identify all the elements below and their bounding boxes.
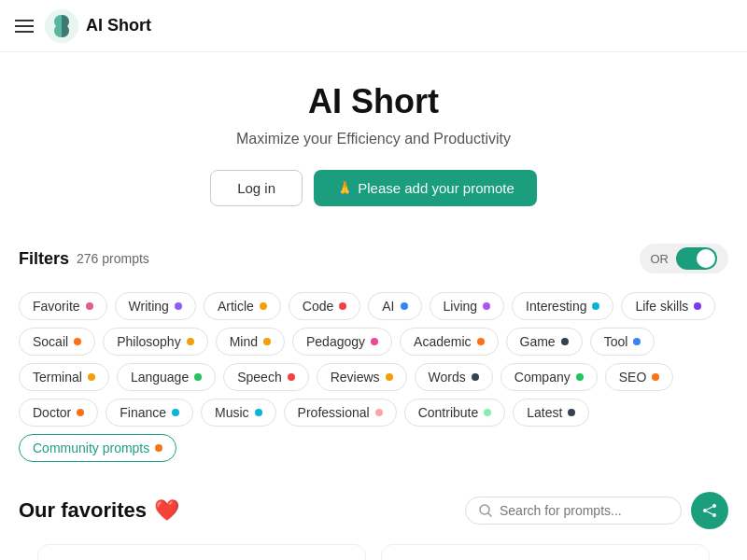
svg-point-3 bbox=[712, 504, 716, 508]
tag-label: Finance bbox=[120, 405, 166, 420]
tag-label: Language bbox=[131, 370, 189, 385]
favorites-section: Our favorites ❤️ bbox=[0, 477, 747, 560]
tag-chip[interactable]: Philosophy bbox=[103, 328, 208, 356]
toggle-track[interactable] bbox=[676, 247, 717, 270]
tag-label: Academic bbox=[414, 334, 471, 349]
tag-dot bbox=[592, 302, 599, 310]
tag-dot bbox=[477, 338, 485, 345]
tag-chip[interactable]: Article bbox=[204, 292, 281, 320]
tag-chip[interactable]: Professional bbox=[284, 399, 397, 427]
tag-dot bbox=[175, 302, 182, 310]
tag-label: Interesting bbox=[526, 299, 586, 314]
tag-label: Company bbox=[514, 370, 571, 385]
tag-dot bbox=[576, 373, 584, 381]
or-label: OR bbox=[651, 252, 669, 266]
tag-chip[interactable]: Academic bbox=[400, 328, 498, 356]
tag-chip[interactable]: Pedagogy bbox=[292, 328, 392, 356]
tag-chip[interactable]: Tool bbox=[590, 328, 655, 356]
favorites-title: Our favorites ❤️ bbox=[19, 498, 179, 523]
favorites-heart: ❤️ bbox=[154, 498, 179, 523]
cards-row bbox=[19, 544, 728, 560]
tag-dot bbox=[172, 409, 179, 416]
tag-label: AI bbox=[382, 299, 394, 314]
tag-dot bbox=[633, 338, 641, 345]
tag-label: Living bbox=[444, 299, 478, 314]
tag-dot bbox=[386, 373, 393, 381]
tag-chip[interactable]: Reviews bbox=[317, 363, 407, 391]
tag-label: Doctor bbox=[33, 405, 71, 420]
svg-line-7 bbox=[707, 511, 712, 514]
tag-dot bbox=[263, 338, 271, 345]
tag-dot bbox=[194, 373, 202, 381]
tag-dot bbox=[472, 373, 479, 381]
tag-chip[interactable]: Code bbox=[289, 292, 360, 320]
filters-title: Filters 276 prompts bbox=[19, 249, 149, 269]
tag-chip[interactable]: Words bbox=[415, 363, 493, 391]
tag-label: Tool bbox=[604, 334, 628, 349]
tag-chip[interactable]: Finance bbox=[106, 399, 193, 427]
tag-chip[interactable]: Latest bbox=[513, 399, 589, 427]
tag-chip[interactable]: Terminal bbox=[19, 363, 109, 391]
favorites-label: Our favorites bbox=[19, 498, 147, 523]
tag-dot bbox=[401, 302, 408, 310]
svg-line-2 bbox=[488, 513, 491, 516]
favorites-header: Our favorites ❤️ bbox=[19, 492, 728, 529]
tag-label: Words bbox=[429, 370, 466, 385]
tag-label: Latest bbox=[527, 405, 562, 420]
tag-chip[interactable]: Game bbox=[506, 328, 583, 356]
tag-dot bbox=[483, 302, 490, 310]
tag-chip[interactable]: Company bbox=[500, 363, 598, 391]
search-bar[interactable] bbox=[465, 497, 682, 525]
community-tag-chip[interactable]: Community prompts bbox=[19, 434, 176, 462]
filters-count: 276 prompts bbox=[77, 251, 149, 266]
tag-chip[interactable]: AI bbox=[368, 292, 421, 320]
logo-container: AI Short bbox=[45, 9, 151, 43]
tag-dot bbox=[339, 302, 346, 310]
tag-chip[interactable]: Music bbox=[201, 399, 276, 427]
tag-label: Professional bbox=[298, 405, 370, 420]
hamburger-menu[interactable] bbox=[15, 20, 34, 33]
tag-dot bbox=[74, 338, 81, 345]
tag-dot bbox=[288, 373, 295, 381]
tag-chip[interactable]: Language bbox=[117, 363, 216, 391]
login-button[interactable]: Log in bbox=[210, 170, 303, 206]
tag-dot bbox=[484, 409, 491, 416]
app-title: AI Short bbox=[86, 16, 151, 35]
tag-chip[interactable]: Socail bbox=[19, 328, 95, 356]
tag-dot bbox=[255, 409, 262, 416]
tag-chip[interactable]: Interesting bbox=[512, 292, 613, 320]
tag-label: Article bbox=[218, 299, 254, 314]
app-logo-icon bbox=[45, 9, 78, 43]
filters-section: Filters 276 prompts OR bbox=[0, 229, 747, 292]
tag-label: SEO bbox=[619, 370, 647, 385]
tag-label: Terminal bbox=[33, 370, 82, 385]
tags-container: FavoriteWritingArticleCodeAILivingIntere… bbox=[0, 292, 747, 477]
share-icon bbox=[702, 503, 717, 518]
tag-label: Socail bbox=[33, 334, 68, 349]
tag-chip[interactable]: Living bbox=[430, 292, 505, 320]
tag-chip[interactable]: Contribute bbox=[404, 399, 506, 427]
tag-chip[interactable]: Favorite bbox=[19, 292, 107, 320]
svg-point-4 bbox=[703, 509, 707, 512]
filters-header: Filters 276 prompts OR bbox=[19, 244, 728, 273]
tag-dot bbox=[652, 373, 659, 381]
header: AI Short bbox=[0, 0, 747, 52]
tag-chip[interactable]: SEO bbox=[605, 363, 674, 391]
search-icon bbox=[479, 504, 492, 517]
community-tag-dot bbox=[155, 444, 162, 452]
add-prompt-button[interactable]: 🙏 Please add your promote bbox=[314, 170, 537, 206]
tag-dot bbox=[187, 338, 194, 345]
tag-chip[interactable]: Life skills bbox=[621, 292, 715, 320]
search-input[interactable] bbox=[500, 503, 668, 518]
tag-dot bbox=[375, 409, 383, 416]
tag-dot bbox=[561, 338, 569, 345]
tag-chip[interactable]: Mind bbox=[216, 328, 285, 356]
tag-dot bbox=[77, 409, 84, 416]
tag-label: Writing bbox=[129, 299, 169, 314]
hero-title: AI Short bbox=[15, 82, 732, 121]
or-toggle[interactable]: OR bbox=[640, 244, 729, 273]
share-button[interactable] bbox=[691, 492, 728, 529]
tag-chip[interactable]: Speech bbox=[223, 363, 308, 391]
tag-chip[interactable]: Writing bbox=[115, 292, 196, 320]
tag-chip[interactable]: Doctor bbox=[19, 399, 98, 427]
